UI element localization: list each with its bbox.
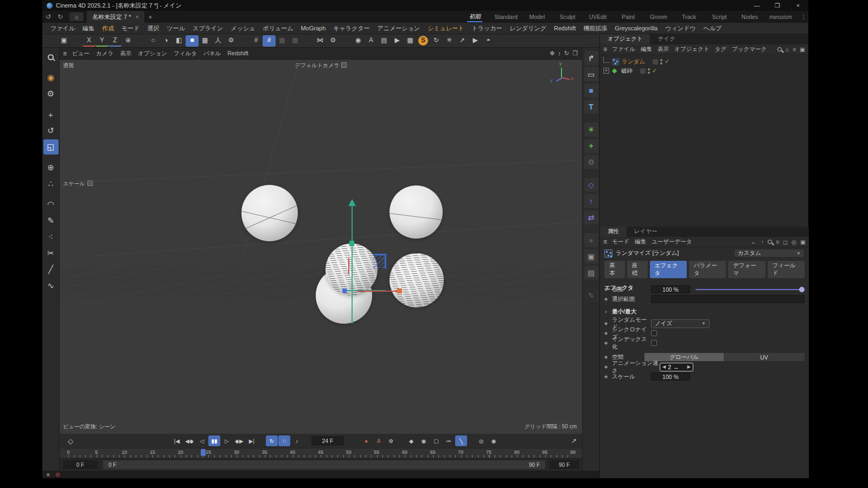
layout-menu-icon[interactable]: ⋮	[799, 14, 808, 21]
pan-view-icon[interactable]: ✥	[550, 50, 554, 57]
param-diamond-icon[interactable]: ◆	[600, 297, 612, 301]
mode-settings-button[interactable]: ⚙	[225, 35, 238, 47]
visibility-dots[interactable]	[660, 59, 662, 65]
gizmo-z-handle[interactable]	[342, 288, 347, 293]
layout-tab-custom[interactable]: mesoism	[765, 11, 796, 23]
live-selection-tool[interactable]: ◉	[43, 70, 59, 85]
om-menu-tags[interactable]: タグ	[712, 46, 729, 53]
camera-icon[interactable]: ▣	[584, 249, 598, 264]
am-stab-basic[interactable]: 基本	[604, 261, 625, 278]
object-name[interactable]: ランダム	[622, 58, 645, 66]
menu-animation[interactable]: アニメーション	[374, 24, 424, 33]
coordinate-system-button[interactable]: ⊕	[122, 35, 135, 47]
undo-icon[interactable]: ↺	[42, 13, 54, 21]
om-hamburger-icon[interactable]: ≡	[603, 46, 608, 53]
group-expand-icon[interactable]: ›	[600, 309, 612, 314]
menu-help[interactable]: ヘルプ	[700, 24, 726, 33]
capsule-button[interactable]: ◓	[482, 35, 495, 47]
menu-redshift[interactable]: Redshift	[550, 25, 579, 31]
plus-deformer-icon[interactable]: +	[584, 139, 598, 153]
line-cut-tool[interactable]: ╱	[43, 262, 59, 277]
fcurve-icon[interactable]: ↗	[571, 437, 577, 445]
multi-move-tool[interactable]: ∴	[43, 176, 59, 191]
key-position-button[interactable]: ◆	[405, 435, 417, 446]
keyframe-all-button[interactable]: ◉	[488, 435, 500, 446]
points-mode-button[interactable]: ○	[146, 35, 159, 47]
character-mode-button[interactable]: 人	[212, 35, 225, 47]
redshift-button[interactable]: S	[418, 36, 428, 46]
range-scrollbar[interactable]: 0 F 90 F	[103, 460, 545, 469]
layout-tab-track[interactable]: Track	[674, 11, 704, 23]
autokey-button[interactable]: A	[373, 435, 385, 446]
gizmo-y-axis[interactable]	[352, 202, 353, 324]
strength-slider[interactable]	[695, 289, 802, 290]
minimize-button[interactable]: —	[746, 0, 767, 11]
am-filter-icon[interactable]: ≡	[776, 239, 779, 245]
edges-mode-button[interactable]: ◑	[159, 35, 173, 47]
plane-icon[interactable]: ▭	[584, 67, 598, 81]
object-row-fracture[interactable]: + 破砕 ✓	[600, 66, 808, 75]
goto-start-button[interactable]: |◀	[171, 435, 183, 446]
new-document-tab-button[interactable]: +	[144, 13, 156, 21]
strength-field[interactable]: 100 %	[651, 285, 690, 293]
loop-button[interactable]: ↻	[266, 435, 278, 446]
quantize-settings-button[interactable]: ▦	[289, 35, 302, 47]
menu-tools[interactable]: ツール	[163, 24, 189, 33]
quantize-button[interactable]: ▦	[276, 35, 289, 47]
goto-end-button[interactable]: ▶|	[246, 435, 258, 446]
render-team-button[interactable]: ▤	[378, 35, 391, 47]
vp-menu-camera[interactable]: カメラ	[93, 50, 117, 57]
key-scale-button[interactable]: ▢	[430, 435, 442, 446]
scale-field[interactable]: 100 %	[651, 373, 690, 381]
record-button[interactable]: ●	[360, 435, 372, 446]
indexed-checkbox[interactable]	[651, 340, 657, 346]
spline-arrow-icon[interactable]: ↱	[584, 51, 598, 65]
document-tab[interactable]: 名称未設定 7 * ×	[87, 11, 144, 23]
prev-key-button[interactable]: ◀◆	[183, 435, 195, 446]
am-stab-deformer[interactable]: デフォーマ	[728, 261, 765, 278]
layout-tab-paint[interactable]: Paint	[613, 11, 643, 23]
gizmo-y-handle[interactable]	[349, 241, 354, 246]
frame-snap-button[interactable]: ∷	[278, 435, 290, 446]
layout-tab-nodes[interactable]: Nodes	[735, 11, 765, 23]
redo-icon[interactable]: ↻	[54, 13, 66, 21]
expand-icon[interactable]: +	[603, 68, 609, 74]
viewport-hamburger-icon[interactable]: ≡	[63, 50, 68, 57]
key-params-button[interactable]: ≔	[443, 435, 455, 446]
am-popout-icon[interactable]: ▣	[800, 239, 806, 245]
vp-menu-options[interactable]: オプション	[135, 50, 170, 57]
om-home-icon[interactable]: ⌂	[786, 46, 789, 53]
y-axis-lock-button[interactable]: Y	[95, 35, 108, 47]
menu-window[interactable]: ウィンドウ	[661, 24, 699, 33]
pause-button[interactable]: ▮▮	[208, 435, 220, 446]
space-uv-button[interactable]: UV	[724, 353, 805, 361]
om-menu-file[interactable]: ファイル	[609, 46, 638, 53]
sync-button[interactable]: ↻	[430, 35, 443, 47]
swap-icon[interactable]: ⇄	[584, 210, 598, 224]
object-name[interactable]: 破砕	[621, 67, 633, 75]
am-back-icon[interactable]: ←	[751, 238, 757, 246]
enable-toggle[interactable]	[653, 59, 658, 65]
viewport-zoom-tool[interactable]	[43, 49, 59, 65]
transfer-tool[interactable]: ⊕	[43, 160, 59, 175]
am-hamburger-icon[interactable]: ≡	[603, 238, 608, 246]
keyframe-presets-button[interactable]: ◎	[475, 435, 487, 446]
layout-tab-model[interactable]: Model	[522, 11, 552, 23]
vp-menu-display[interactable]: 表示	[117, 50, 135, 57]
snap-button[interactable]: #	[250, 35, 263, 47]
am-lock-icon[interactable]: ◻	[783, 239, 788, 245]
spline-pen-tool[interactable]: ✎	[43, 213, 59, 228]
preset-dropdown[interactable]: カスタム▼	[734, 249, 805, 258]
move-tool[interactable]: +	[43, 107, 59, 122]
effector-icon[interactable]: ✳	[584, 123, 598, 137]
vp-menu-panel[interactable]: パネル	[200, 50, 224, 57]
render-settings-button[interactable]: ▦	[404, 35, 417, 47]
am-tab-layers[interactable]: レイヤー	[627, 227, 665, 237]
enabled-check-icon[interactable]: ✓	[665, 58, 669, 65]
menu-edit[interactable]: 編集	[79, 24, 98, 33]
am-stab-parameter[interactable]: パラメータ	[689, 261, 726, 278]
menu-select[interactable]: 選択	[144, 24, 163, 33]
vp-menu-redshift[interactable]: Redshift	[224, 50, 252, 57]
param-diamond-icon[interactable]: ◆	[600, 287, 612, 292]
symmetry-button[interactable]: ⋈	[314, 35, 327, 47]
